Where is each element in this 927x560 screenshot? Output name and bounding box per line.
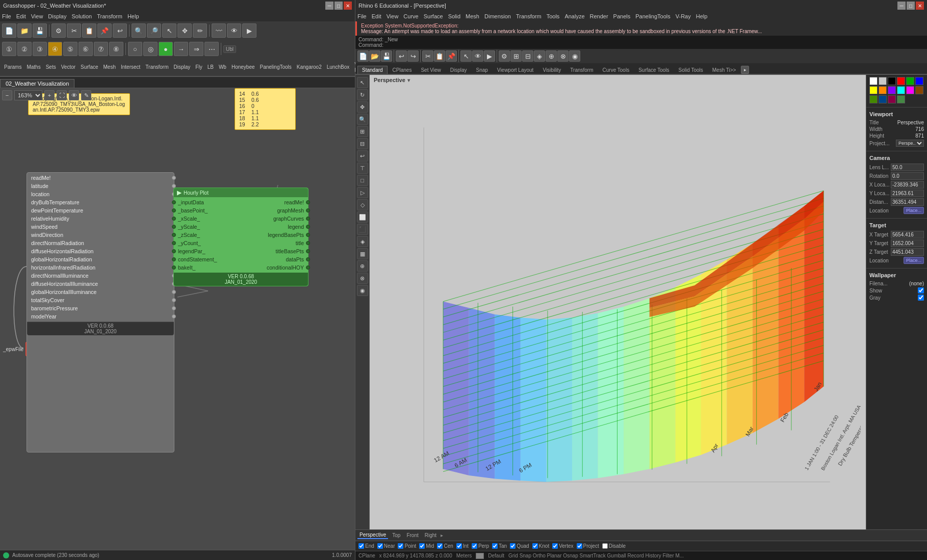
tb-open-btn[interactable]: 📁 bbox=[17, 23, 32, 38]
tb-r1-btn[interactable]: ① bbox=[2, 42, 16, 56]
rhino-tb-paste[interactable]: 📌 bbox=[446, 50, 457, 62]
green-output-port[interactable] bbox=[306, 225, 310, 229]
rhino-tb-cut[interactable]: ✂ bbox=[422, 50, 433, 62]
tb-circle-btn[interactable]: ○ bbox=[128, 42, 142, 56]
rhino-tab-transform[interactable]: Transform bbox=[566, 66, 597, 74]
tab-honeybee[interactable]: Honeybee bbox=[229, 64, 257, 70]
green-output-port[interactable] bbox=[306, 249, 310, 253]
rhino-tab-snap[interactable]: Snap bbox=[472, 66, 492, 74]
color-swatch[interactable] bbox=[869, 86, 878, 94]
tb-r3-btn[interactable]: ③ bbox=[33, 42, 47, 56]
tab-intersect[interactable]: Intersect bbox=[119, 64, 142, 70]
rhino-tab-solid-tools[interactable]: Solid Tools bbox=[675, 66, 707, 74]
color-swatch[interactable] bbox=[897, 95, 905, 103]
green-output-port[interactable] bbox=[306, 217, 310, 221]
tb-r6-btn[interactable]: ⑥ bbox=[79, 42, 93, 56]
tb-new-btn[interactable]: 📄 bbox=[2, 23, 16, 38]
nav-wire-icon[interactable]: ⬜ bbox=[357, 211, 368, 223]
green-input-port[interactable] bbox=[172, 265, 176, 270]
gray-node-connector[interactable] bbox=[172, 290, 176, 294]
tb-select-btn[interactable]: ↖ bbox=[162, 23, 176, 38]
snap-checkbox-mid[interactable] bbox=[419, 543, 425, 549]
snap-checkbox-point[interactable] bbox=[398, 543, 403, 549]
rhino-tb-extra1[interactable]: ⊞ bbox=[510, 50, 522, 62]
rhino-tb-undo[interactable]: ↩ bbox=[396, 50, 407, 62]
green-input-port[interactable] bbox=[172, 249, 176, 253]
epw-reader-node[interactable]: readMe!latitudelocationdryBulbTemperatur… bbox=[27, 172, 174, 452]
gh-close-btn[interactable]: ✕ bbox=[344, 2, 352, 10]
green-input-port[interactable] bbox=[172, 257, 176, 261]
snap-checkbox-perp[interactable] bbox=[472, 543, 477, 549]
tab-sets[interactable]: Sets bbox=[44, 64, 58, 70]
nav-rotate-icon[interactable]: ↻ bbox=[357, 89, 368, 100]
vp-tab-right[interactable]: Right bbox=[423, 532, 439, 539]
rhino-menu-mesh[interactable]: Mesh bbox=[466, 13, 479, 19]
tab-params[interactable]: Params bbox=[2, 64, 23, 70]
props-rotation-input[interactable] bbox=[891, 172, 924, 180]
props-xloca-input[interactable] bbox=[891, 181, 924, 189]
rhino-tb-redo[interactable]: ↪ bbox=[407, 50, 419, 62]
color-swatch[interactable] bbox=[879, 95, 887, 103]
snap-checkbox-end[interactable] bbox=[358, 543, 364, 549]
view-icon-eye[interactable]: 👁 bbox=[69, 90, 79, 100]
rhino-tab-curve-tools[interactable]: Curve Tools bbox=[599, 66, 634, 74]
rhino-tab-more[interactable]: ▸ bbox=[741, 66, 749, 74]
tb-r4-btn[interactable]: ④ bbox=[48, 42, 62, 56]
tab-paneling[interactable]: PanelingTools bbox=[258, 64, 294, 70]
snap-checkbox-quad[interactable] bbox=[510, 543, 516, 549]
props-yloca-input[interactable] bbox=[891, 190, 924, 197]
color-swatch[interactable] bbox=[906, 86, 914, 94]
green-input-port[interactable] bbox=[172, 233, 176, 237]
rhino-tab-mesh[interactable]: Mesh Ti>> bbox=[708, 66, 740, 74]
rhino-menu-curve[interactable]: Curve bbox=[403, 13, 418, 19]
rhino-tab-setview[interactable]: Set View bbox=[417, 66, 445, 74]
rhino-menu-render[interactable]: Render bbox=[590, 13, 608, 19]
rhino-tb-extra3[interactable]: ◈ bbox=[534, 50, 545, 62]
color-swatch[interactable] bbox=[879, 77, 887, 85]
zoom-out-btn[interactable]: − bbox=[2, 90, 12, 100]
tb-cut-btn[interactable]: ✂ bbox=[67, 23, 81, 38]
gh-minimize-btn[interactable]: ─ bbox=[325, 2, 333, 10]
tab-surface[interactable]: Surface bbox=[79, 64, 100, 70]
rhino-tab-visibility[interactable]: Visibility bbox=[538, 66, 565, 74]
color-swatch[interactable] bbox=[915, 86, 923, 94]
rhino-menu-view[interactable]: View bbox=[387, 13, 399, 19]
green-output-port[interactable] bbox=[306, 257, 310, 261]
vp-tab-arrow[interactable]: ▸ bbox=[441, 532, 443, 538]
green-output-port[interactable] bbox=[306, 200, 310, 204]
snap-checkbox-cen[interactable] bbox=[437, 543, 443, 549]
rhino-tb-new[interactable]: 📄 bbox=[357, 50, 369, 62]
color-swatch[interactable] bbox=[888, 95, 896, 103]
tab-transform[interactable]: Transform bbox=[143, 64, 170, 70]
nav-zoomall-icon[interactable]: ⊞ bbox=[357, 126, 368, 137]
nav-render-icon[interactable]: ◈ bbox=[357, 236, 368, 247]
snap-checkbox-project[interactable] bbox=[577, 543, 582, 549]
rhino-menu-help[interactable]: Help bbox=[696, 13, 708, 19]
color-swatch[interactable] bbox=[906, 77, 914, 85]
tb-r7-btn[interactable]: ⑦ bbox=[94, 42, 108, 56]
rhino-menu-surface[interactable]: Surface bbox=[424, 13, 443, 19]
tab-maths[interactable]: Maths bbox=[24, 64, 42, 70]
color-swatch[interactable] bbox=[897, 77, 905, 85]
gh-maximize-btn[interactable]: □ bbox=[334, 2, 343, 10]
tb-r2-btn[interactable]: ② bbox=[17, 42, 32, 56]
tb-copy-btn[interactable]: 📋 bbox=[82, 23, 96, 38]
rhino-tb-extra5[interactable]: ⊗ bbox=[557, 50, 569, 62]
rhino-tb-copy[interactable]: 📋 bbox=[434, 50, 445, 62]
gh-canvas-tab[interactable]: 02_Weather Visualization bbox=[0, 79, 74, 88]
gray-node-connector[interactable] bbox=[172, 176, 176, 180]
nav-extra3-icon[interactable]: ⊗ bbox=[357, 273, 368, 284]
green-input-port[interactable] bbox=[172, 208, 176, 212]
rhino-tb-extra4[interactable]: ⊕ bbox=[546, 50, 557, 62]
rhino-tb-render[interactable]: ▶ bbox=[484, 50, 495, 62]
tb-preview-btn[interactable]: ▶ bbox=[242, 23, 256, 38]
color-swatch[interactable] bbox=[897, 86, 905, 94]
tb-wire-btn[interactable]: 〰 bbox=[212, 23, 226, 38]
viewport-arrow[interactable]: ▾ bbox=[407, 77, 410, 83]
gh-menu-help[interactable]: Help bbox=[127, 13, 139, 19]
rhino-tb-save[interactable]: 💾 bbox=[381, 50, 392, 62]
green-input-port[interactable] bbox=[172, 241, 176, 245]
color-swatch[interactable] bbox=[888, 77, 896, 85]
rhino-menu-tools[interactable]: Tools bbox=[547, 13, 560, 19]
tb-save-btn[interactable]: 💾 bbox=[33, 23, 47, 38]
